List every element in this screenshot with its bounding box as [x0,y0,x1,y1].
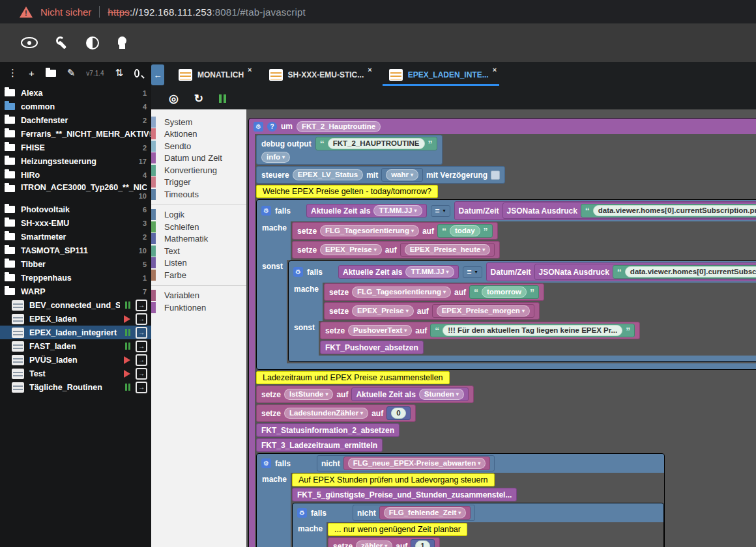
search-icon[interactable] [134,69,139,77]
play-icon[interactable] [124,356,130,364]
category-text[interactable]: Text [151,245,246,257]
block-function-definition[interactable]: ⚙ ? um FKT_2_Hauptroutine de [248,118,756,547]
play-icon[interactable] [124,315,130,323]
blockly-workspace[interactable]: ⚙ ? um FKT_2_Hauptroutine de [246,109,756,547]
category-aktionen[interactable]: Aktionen [151,128,246,141]
block-compare-equals[interactable]: =▾ [431,205,450,217]
block-datetime-convert[interactable]: Datum/Zeit JSONata Ausdruck “data.viewer… [454,201,756,220]
url-text[interactable]: https://192.168.111.253:8081/#tab-javasc… [108,7,305,18]
mutator-gear-icon[interactable]: ⚙ [293,267,303,277]
block-call-fkt-pushover[interactable]: FKT_Pushover_absetzen [320,341,424,354]
folder-common[interactable]: common4 [0,100,151,113]
folder-tasmota[interactable]: TASMOTA_SP11110 [0,244,151,257]
folder-alexa[interactable]: Alexa1 [0,86,151,100]
text-field[interactable]: FKT_2_HAUPTROUTINE [328,138,425,149]
tabs-scroll-back-button[interactable]: ← [151,64,164,85]
block-compare-equals[interactable]: =▾ [463,266,482,278]
text-field[interactable]: today [450,225,480,236]
folder-fhise[interactable]: FHISE2 [0,141,151,154]
block-text-value[interactable]: “data.viewer.homes[0].currentSubscriptio… [581,204,756,217]
category-trigger[interactable]: Trigger [151,176,246,189]
export-icon[interactable]: → [136,354,147,366]
locate-crosshair-icon[interactable]: ◎ [169,92,179,105]
export-icon[interactable]: → [136,382,147,393]
pause-icon[interactable] [125,384,130,391]
time-format-dropdown[interactable]: TT.MM.JJ▾ [373,205,422,216]
export-icon[interactable]: → [136,313,147,325]
category-system[interactable]: System [151,116,246,128]
block-call-fkt3[interactable]: FKT_3_Ladezeitraum_ermitteln [256,438,383,452]
block-variable-get[interactable]: EPEX_Preise_morgen▾ [432,304,534,318]
jsonata-text-field[interactable]: data.viewer.homes[0].currentSubscription… [593,205,756,216]
category-farbe[interactable]: Farbe [151,269,246,281]
block-variable-get[interactable]: FLG_neue_EPEX-Preise_abwarten▾ [343,456,491,470]
block-comment-ladezeitraum[interactable]: Ladezeitraum und EPEX Preise zusammenste… [256,371,450,384]
folder-hiro[interactable]: HiRo4 [0,168,151,182]
folder-ferraris[interactable]: Ferraris_**_NICHT_MEHR_AKTIV5 [0,127,151,141]
block-number-value[interactable]: 1 [411,539,434,547]
script-test[interactable]: Test→ [0,367,151,380]
block-comment-epex-stunden[interactable]: Auf EPEX Stunden prüfen und Ladevorgang … [292,473,495,486]
script-fast-laden[interactable]: FAST_laden→ [0,339,151,353]
refresh-icon[interactable]: ↻ [194,92,203,105]
variable-dropdown[interactable]: EPEX_Preise▾ [352,305,414,316]
export-icon[interactable]: → [136,368,147,380]
variable-dropdown[interactable]: EPEX_Preise▾ [320,244,382,255]
block-current-time-as[interactable]: Aktuelle Zeit alsTT.MM.JJ▾ [338,265,459,279]
variable-dropdown[interactable]: FLG_Tagesorientierung▾ [320,225,419,236]
export-icon[interactable]: → [136,341,147,352]
mutator-gear-icon[interactable]: ⚙ [261,458,271,468]
security-warning-label[interactable]: Nicht sicher [40,7,91,18]
block-control-state[interactable]: steuere EPEX_LV_Status mit wahr▾ mit Ver… [256,166,505,184]
category-schleifen[interactable]: Schleifen [151,221,246,233]
variable-dropdown[interactable]: zähler▾ [356,540,392,547]
block-text-value[interactable]: “data.viewer.homes[0].currentSubscriptio… [613,265,756,279]
close-icon[interactable]: × [493,66,497,74]
number-field[interactable]: 1 [415,540,429,547]
view-eye-icon[interactable] [21,37,38,48]
block-set-variable[interactable]: setze IstStunde▾ auf Aktuelle Zeit alsSt… [256,386,474,403]
folder-itron[interactable]: ITRON_ACE3000_Typ260_**_NICHT_ME10 [0,182,151,203]
folder-smartmeter[interactable]: Smartmeter2 [0,230,151,244]
mutator-gear-icon[interactable]: ⚙ [297,508,307,518]
category-variablen[interactable]: Variablen [151,290,246,302]
object-id-field[interactable]: EPEX_LV_Status [293,169,363,180]
edit-pencil-icon[interactable]: ✎ [67,67,76,79]
block-logic-not[interactable]: nichtFLG_fehlende_Zeit▾ [353,505,475,521]
block-call-fkt5[interactable]: FKT_5_günstigste_Preise_und_Stunden_zusa… [292,488,517,501]
block-debug-output[interactable]: debug output “FKT_2_HAUPTROUTINE” info▾ [256,135,443,165]
block-call-statusinformation[interactable]: FKT_Statusinformation_2_absetzen [256,423,400,437]
close-icon[interactable]: × [368,66,371,74]
block-set-variable[interactable]: setze zähler▾ auf 1 [328,537,440,547]
block-jsonata-expression[interactable]: JSONata Ausdruck “data.viewer.homes[0].c… [502,203,756,219]
block-set-variable[interactable]: setze EPEX_Preise▾ auf EPEX_Preise_morge… [324,302,540,320]
tab-sh-xxx-emu-stic[interactable]: SH-XXX-EMU-STIC...× [260,62,377,88]
block-logic-not[interactable]: nichtFLG_neue_EPEX-Preise_abwarten▾ [317,455,495,471]
script-epex-laden-integriert[interactable]: EPEX_laden_integriert→ [0,326,151,339]
block-jsonata-expression[interactable]: JSONata Ausdruck “data.viewer.homes[0].c… [534,264,756,280]
tab-monatlich[interactable]: MONATLICH× [169,62,257,88]
menu-kebab-icon[interactable]: ⋮ [8,67,18,79]
variable-dropdown[interactable]: FLG_fehlende_Zeit▾ [384,507,467,518]
block-comment-zeit-planbar[interactable]: ... nur wenn genügend Zeit planbar [328,523,467,536]
category-logik[interactable]: Logik [151,209,246,221]
pause-icon[interactable] [125,329,130,336]
variable-dropdown[interactable]: IstStunde▾ [284,389,333,400]
block-comment-prices[interactable]: Welche EPEX Preise gelten - today/tomorr… [256,185,438,198]
boolean-dropdown[interactable]: wahr▾ [386,169,418,180]
block-set-variable[interactable]: setze PushoverText▾ auf “!!! Für den akt… [320,322,640,339]
block-text-value[interactable]: “!!! Für den aktuellen Tag liegen keine … [430,324,635,337]
block-text-value[interactable]: “tomorrow” [469,285,539,299]
folder-sh-xxx-emu[interactable]: SH-xxx-EMU3 [0,216,151,230]
category-funktionen[interactable]: Funktionen [151,302,246,314]
delay-checkbox[interactable] [491,171,500,180]
block-set-variable[interactable]: setze EPEX_Preise▾ auf EPEX_Preise_heute… [292,241,500,259]
block-if-else-today-tomorrow[interactable]: ⚙ falls Aktuelle Zeit alsTT.MM.JJ▾ =▾ Da… [256,199,756,370]
time-format-dropdown[interactable]: Stunden▾ [419,389,464,400]
block-variable-get[interactable]: FLG_fehlende_Zeit▾ [379,506,471,520]
play-icon[interactable] [124,370,130,378]
category-konvertierung[interactable]: Konvertierung [151,164,246,176]
variable-dropdown[interactable]: PushoverText▾ [348,325,412,336]
block-datetime-convert[interactable]: Datum/Zeit JSONata Ausdruck “data.viewer… [486,262,756,281]
script-epex-laden[interactable]: EPEX_laden→ [0,312,151,326]
